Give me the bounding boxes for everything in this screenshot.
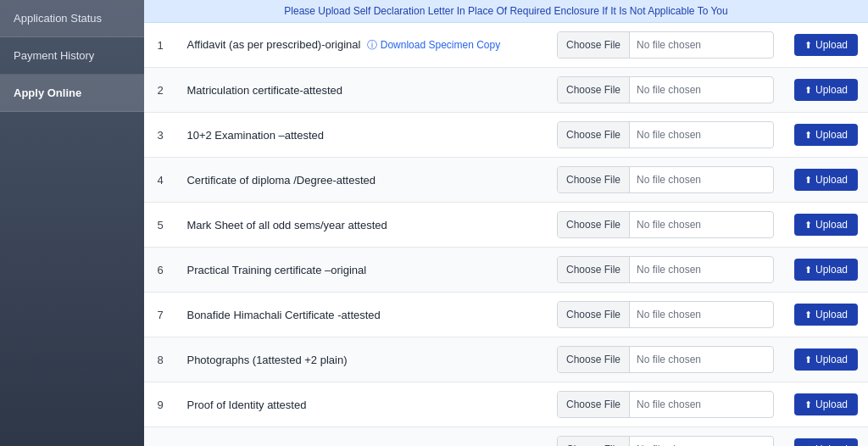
row-number: 5	[144, 203, 176, 248]
row-number: 8	[144, 337, 176, 382]
upload-icon: ⬆	[804, 175, 812, 186]
choose-file-button[interactable]: Choose File	[558, 347, 630, 372]
table-row: 1Affidavit (as per prescribed)-originalⓘ…	[144, 23, 868, 68]
table-row: 6Practical Training certificate –origina…	[144, 248, 868, 293]
upload-label: Upload	[815, 174, 848, 186]
file-chosen-label: No file chosen	[630, 219, 773, 231]
choose-file-button[interactable]: Choose File	[558, 212, 630, 237]
upload-cell: ⬆Upload	[784, 248, 868, 293]
upload-icon: ⬆	[804, 220, 812, 231]
sidebar-item-application-status[interactable]: Application Status	[0, 0, 144, 37]
upload-label: Upload	[815, 399, 848, 410]
upload-cell: ⬆Upload	[784, 337, 868, 382]
file-input-wrapper: Choose FileNo file chosen	[557, 436, 774, 446]
upload-label: Upload	[815, 264, 848, 276]
table-row: 2Matriculation certificate-attestedChoos…	[144, 68, 868, 113]
upload-button[interactable]: ⬆Upload	[794, 438, 858, 446]
table-row: 10Mark Sheet of all even sems /year attt…	[144, 427, 868, 447]
upload-icon: ⬆	[804, 130, 812, 141]
upload-icon: ⬆	[804, 265, 812, 276]
upload-icon: ⬆	[804, 399, 812, 410]
file-input-cell: Choose FileNo file chosen	[547, 248, 784, 293]
upload-label: Upload	[815, 309, 848, 321]
main-content: Please Upload Self Declaration Letter In…	[144, 0, 868, 446]
document-label: Mark Sheet of all odd sems/year attested	[176, 203, 547, 248]
file-input-cell: Choose FileNo file chosen	[547, 293, 784, 337]
document-label: Photographs (1attested +2 plain)	[176, 337, 547, 382]
header-notice: Please Upload Self Declaration Letter In…	[144, 0, 868, 23]
upload-icon: ⬆	[804, 40, 812, 51]
choose-file-button[interactable]: Choose File	[558, 122, 630, 148]
notice-line2: Please Upload Self Declaration Letter In…	[158, 5, 854, 17]
sidebar-item-apply-online[interactable]: Apply Online	[0, 75, 144, 112]
file-input-cell: Choose FileNo file chosen	[547, 337, 784, 382]
document-table-container: 1Affidavit (as per prescribed)-originalⓘ…	[144, 23, 868, 446]
choose-file-button[interactable]: Choose File	[558, 392, 630, 417]
file-input-wrapper: Choose FileNo file chosen	[557, 256, 774, 283]
document-label: Bonafide Himachali Certificate -attested	[176, 293, 547, 337]
document-label: Mark Sheet of all even sems /year atttes…	[176, 427, 547, 447]
table-row: 7Bonafide Himachali Certificate -atteste…	[144, 293, 868, 337]
choose-file-button[interactable]: Choose File	[558, 32, 630, 58]
upload-button[interactable]: ⬆Upload	[794, 169, 858, 191]
document-label: Affidavit (as per prescribed)-originalⓘ …	[176, 23, 547, 68]
upload-cell: ⬆Upload	[784, 203, 868, 248]
file-input-wrapper: Choose FileNo file chosen	[557, 31, 774, 59]
choose-file-button[interactable]: Choose File	[558, 167, 630, 192]
choose-file-button[interactable]: Choose File	[558, 437, 630, 446]
upload-label: Upload	[815, 129, 848, 141]
documents-table: 1Affidavit (as per prescribed)-originalⓘ…	[144, 23, 868, 446]
document-label: Certificate of diploma /Degree-attested	[176, 158, 547, 203]
file-input-wrapper: Choose FileNo file chosen	[557, 346, 774, 373]
file-input-cell: Choose FileNo file chosen	[547, 382, 784, 427]
upload-button[interactable]: ⬆Upload	[794, 34, 858, 56]
file-input-cell: Choose FileNo file chosen	[547, 427, 784, 447]
upload-button[interactable]: ⬆Upload	[794, 348, 858, 371]
file-chosen-label: No file chosen	[630, 399, 773, 410]
upload-cell: ⬆Upload	[784, 113, 868, 158]
upload-button[interactable]: ⬆Upload	[794, 304, 858, 326]
document-label: Proof of Identity attested	[176, 382, 547, 427]
choose-file-button[interactable]: Choose File	[558, 302, 630, 327]
upload-icon: ⬆	[804, 309, 812, 321]
file-chosen-label: No file chosen	[630, 39, 773, 51]
choose-file-button[interactable]: Choose File	[558, 77, 630, 103]
upload-cell: ⬆Upload	[784, 427, 868, 447]
row-number: 10	[144, 427, 176, 447]
specimen-link[interactable]: ⓘ Download Specimen Copy	[367, 39, 500, 51]
row-number: 1	[144, 23, 176, 68]
upload-label: Upload	[815, 354, 848, 365]
upload-cell: ⬆Upload	[784, 23, 868, 68]
upload-button[interactable]: ⬆Upload	[794, 393, 858, 415]
file-input-wrapper: Choose FileNo file chosen	[557, 166, 774, 193]
upload-button[interactable]: ⬆Upload	[794, 79, 858, 101]
sidebar-item-payment-history[interactable]: Payment History	[0, 37, 144, 75]
table-row: 5Mark Sheet of all odd sems/year atteste…	[144, 203, 868, 248]
row-number: 2	[144, 68, 176, 113]
upload-icon: ⬆	[804, 85, 812, 96]
upload-label: Upload	[815, 219, 848, 231]
table-row: 310+2 Examination –attestedChoose FileNo…	[144, 113, 868, 158]
file-input-wrapper: Choose FileNo file chosen	[557, 301, 774, 328]
row-number: 4	[144, 158, 176, 203]
file-input-cell: Choose FileNo file chosen	[547, 68, 784, 113]
upload-button[interactable]: ⬆Upload	[794, 259, 858, 281]
row-number: 3	[144, 113, 176, 158]
file-input-cell: Choose FileNo file chosen	[547, 23, 784, 68]
file-input-wrapper: Choose FileNo file chosen	[557, 121, 774, 148]
table-row: 8Photographs (1attested +2 plain)Choose …	[144, 337, 868, 382]
file-chosen-label: No file chosen	[630, 84, 773, 96]
upload-cell: ⬆Upload	[784, 158, 868, 203]
upload-button[interactable]: ⬆Upload	[794, 214, 858, 236]
row-number: 6	[144, 248, 176, 293]
document-label: Practical Training certificate –original	[176, 248, 547, 293]
row-number: 7	[144, 293, 176, 337]
upload-button[interactable]: ⬆Upload	[794, 124, 858, 146]
file-input-cell: Choose FileNo file chosen	[547, 203, 784, 248]
row-number: 9	[144, 382, 176, 427]
document-label: Matriculation certificate-attested	[176, 68, 547, 113]
file-chosen-label: No file chosen	[630, 264, 773, 276]
choose-file-button[interactable]: Choose File	[558, 257, 630, 282]
file-chosen-label: No file chosen	[630, 129, 773, 141]
file-input-wrapper: Choose FileNo file chosen	[557, 391, 774, 418]
